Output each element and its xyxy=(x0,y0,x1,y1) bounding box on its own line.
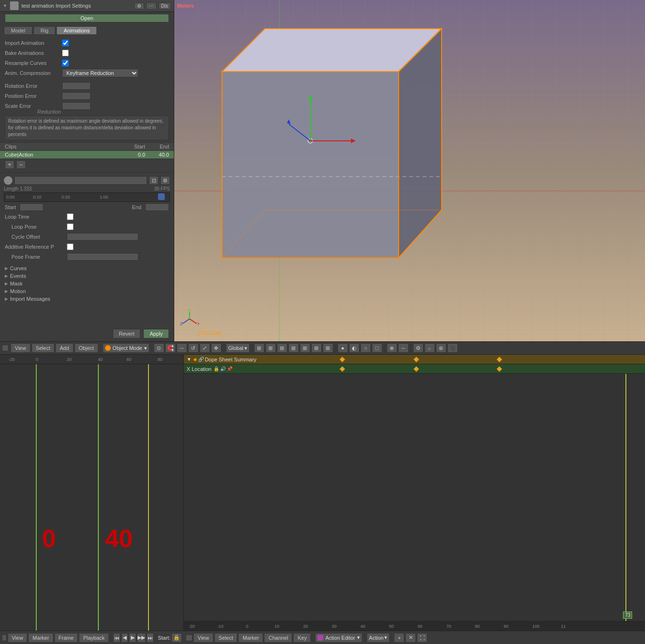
tb-prop-btn[interactable]: ⊕ xyxy=(387,343,397,353)
end-input[interactable]: 40 xyxy=(145,203,169,211)
btl-lock-btn[interactable]: 🔒 xyxy=(171,633,182,643)
tb-rotate-btn[interactable]: ↺ xyxy=(188,343,199,353)
anim-compression-row: Anim. Compression Keyframe Reduction xyxy=(5,69,169,77)
open-button[interactable]: Open xyxy=(5,14,169,22)
tb-snap-btn[interactable]: 🧲 xyxy=(165,343,176,353)
action-editor-selector[interactable]: Action Editor ▾ xyxy=(315,633,362,643)
viewport[interactable]: Meters X Y Z (73) Cube xyxy=(174,0,645,341)
btl-jump-end-btn[interactable]: ⏭ xyxy=(147,633,154,643)
tb-shading-btn[interactable]: ◐ xyxy=(349,343,360,353)
tb-pivot-btn[interactable]: ⊙ xyxy=(154,343,164,353)
add-clip-btn[interactable]: + xyxy=(5,160,14,169)
global-selector[interactable]: Global ▾ xyxy=(226,343,250,353)
tb-transform-btn[interactable]: ✥ xyxy=(211,343,222,353)
clip-row[interactable]: Cube|Action 0.0 40.0 xyxy=(0,151,174,159)
addref-checkbox[interactable] xyxy=(67,243,74,250)
rotation-error-input[interactable]: 0.5 xyxy=(62,82,91,90)
dis-btn[interactable]: Dis xyxy=(159,2,171,10)
tb-overlay-btn-3[interactable]: ⊞ xyxy=(277,343,287,353)
btr-fullscreen-btn[interactable]: ⛶ xyxy=(417,633,427,643)
tb-object-btn[interactable]: Object xyxy=(74,343,98,353)
tb-add-btn[interactable]: Add xyxy=(55,343,74,353)
action-row: Cube|Action ⊡ ⚙ xyxy=(0,175,174,186)
btl-play-rev-btn[interactable]: ◀ xyxy=(121,633,128,643)
dope-summary-row[interactable]: ▼ ◆ 🔗 Dope Sheet Summary xyxy=(184,355,645,364)
tb-overlay-toggle[interactable]: ⬦ xyxy=(424,343,435,353)
dots-btn[interactable]: ⋯ xyxy=(146,2,157,10)
tb-solid-btn[interactable]: ○ xyxy=(360,343,371,353)
tab-model[interactable]: Model xyxy=(4,26,32,35)
btl-playback-btn[interactable]: Playback xyxy=(79,633,109,643)
tb-overlay-btn-7[interactable]: ⊞ xyxy=(323,343,333,353)
dope-xloc-row[interactable]: X Location 🔒 🔊 📌 xyxy=(184,364,645,374)
btr-marker-btn[interactable]: Marker xyxy=(238,633,263,643)
btr-settings-btn[interactable]: ✕ xyxy=(405,633,416,643)
tb-render-btn[interactable]: ● xyxy=(338,343,348,353)
tl-scroll-btn[interactable] xyxy=(158,193,165,200)
btl-widget-icon[interactable] xyxy=(2,634,7,641)
mask-item[interactable]: ▶ Mask xyxy=(5,280,169,287)
tb-camera-btn[interactable]: 🎥 xyxy=(447,343,458,353)
btl-marker-btn[interactable]: Marker xyxy=(28,633,53,643)
settings-btn[interactable]: ⚙ xyxy=(134,2,144,10)
tb-gizmo-btn[interactable]: ⊛ xyxy=(436,343,446,353)
btl-view-btn[interactable]: View xyxy=(8,633,28,643)
revert-button[interactable]: Revert xyxy=(113,329,140,338)
mode-selector[interactable]: Object Mode ▾ xyxy=(103,343,149,353)
btl-play-fwd-btn[interactable]: ▶▶ xyxy=(137,633,146,643)
tb-wire-btn[interactable]: □ xyxy=(372,343,382,353)
motion-item[interactable]: ▶ Motion xyxy=(5,287,169,295)
apply-button[interactable]: Apply xyxy=(143,329,169,338)
btl-jump-start-btn[interactable]: ⏮ xyxy=(113,633,120,643)
remove-clip-btn[interactable]: − xyxy=(16,160,26,169)
action-link-btn[interactable]: ⊡ xyxy=(149,176,159,185)
action-input[interactable]: Cube|Action xyxy=(14,176,147,185)
scale-error-input[interactable]: 0.5 xyxy=(62,102,91,110)
loop-section: Loop Time Loop Pose Cycle Offset 0 xyxy=(0,212,174,241)
btr-channel-btn[interactable]: Channel xyxy=(264,633,292,643)
tb-move-btn[interactable]: ↔ xyxy=(177,343,187,353)
tb-scale-btn[interactable]: ⤢ xyxy=(200,343,210,353)
loop-pose-checkbox[interactable] xyxy=(67,223,74,230)
diamond-summary-3 xyxy=(497,357,502,362)
tb-overlay-btn-2[interactable]: ⊞ xyxy=(265,343,276,353)
btr-add-btn[interactable]: + xyxy=(394,633,404,643)
btr-view-btn[interactable]: View xyxy=(193,633,213,643)
tb-view-btn[interactable]: View xyxy=(11,343,31,353)
curves-item[interactable]: ▶ Curves xyxy=(5,264,169,272)
tb-select-btn[interactable]: Select xyxy=(32,343,55,353)
btr-select-btn[interactable]: Select xyxy=(214,633,238,643)
tb-overlay-btn-4[interactable]: ⊞ xyxy=(288,343,299,353)
position-error-input[interactable]: 0.5 xyxy=(62,92,91,100)
resample-curves-checkbox[interactable] xyxy=(62,60,69,66)
bake-animations-checkbox[interactable] xyxy=(62,50,69,56)
btr-key-btn[interactable]: Key xyxy=(293,633,311,643)
btl-frame-btn[interactable]: Frame xyxy=(54,633,78,643)
action-gear-btn[interactable]: ⚙ xyxy=(160,176,170,185)
tb-overlay-btn-5[interactable]: ⊞ xyxy=(300,343,310,353)
tb-settings-btn[interactable]: ⚙ xyxy=(413,343,423,353)
resample-curves-label: Resample Curves xyxy=(5,60,62,66)
tab-rig[interactable]: Rig xyxy=(33,26,56,35)
frame-0-line xyxy=(36,364,37,634)
tb-extra-btn[interactable]: ↔ xyxy=(398,343,409,353)
start-input[interactable]: 0 xyxy=(20,203,43,211)
axis-svg: X Y Z xyxy=(180,309,199,328)
dr-30: 30 xyxy=(332,624,337,629)
import-messages-item[interactable]: ▶ Import Messages xyxy=(5,295,169,303)
tb-overlay-btn-6[interactable]: ⊞ xyxy=(311,343,322,353)
events-item[interactable]: ▶ Events xyxy=(5,272,169,280)
action-selector[interactable]: Action ▾ xyxy=(367,633,390,643)
btr-widget-icon[interactable] xyxy=(186,634,192,641)
tb-overlay-btn-1[interactable]: ⊞ xyxy=(254,343,264,353)
cycle-offset-input[interactable]: 0 xyxy=(67,233,138,241)
dr-40: 40 xyxy=(360,624,365,629)
anim-compression-select[interactable]: Keyframe Reduction xyxy=(62,69,138,77)
import-animation-checkbox[interactable] xyxy=(62,40,69,46)
tab-animations[interactable]: Animations xyxy=(56,26,96,35)
timeline-bar[interactable]: 0:00 0:10 0:20 1:00 xyxy=(4,192,170,202)
loop-time-checkbox[interactable] xyxy=(67,213,74,220)
pose-frame-input[interactable]: 0 xyxy=(67,253,138,261)
btl-play-btn[interactable]: ▶ xyxy=(129,633,136,643)
tb-widget-icon[interactable] xyxy=(2,345,9,351)
